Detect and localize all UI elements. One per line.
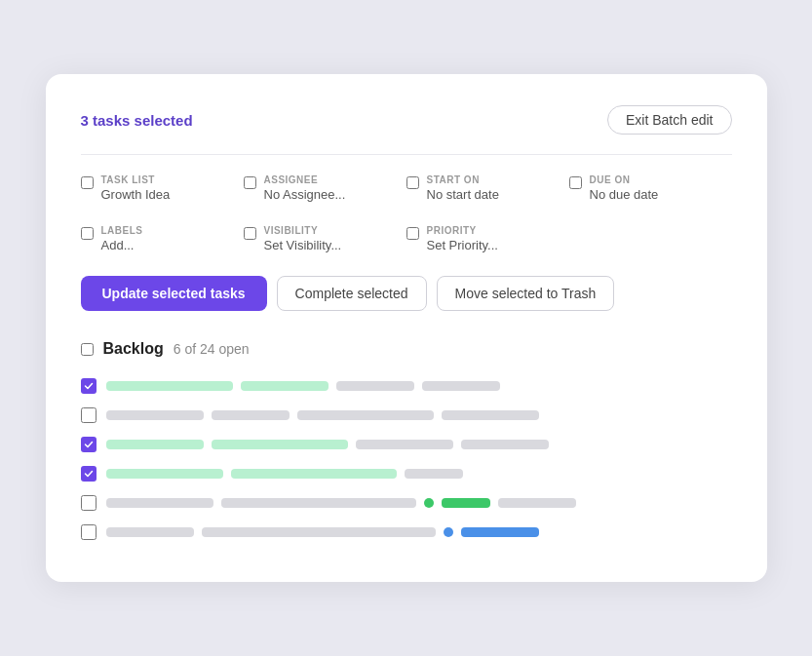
backlog-count: 6 of 24 open — [174, 341, 250, 357]
field-visibility-value: Set Visibility... — [264, 238, 342, 252]
task-bar — [442, 410, 539, 420]
task-checkbox[interactable] — [81, 407, 97, 423]
task-bar — [297, 410, 434, 420]
task-checkbox[interactable] — [81, 495, 97, 511]
task-bar — [221, 498, 416, 508]
task-checkbox-checked[interactable] — [81, 437, 97, 452]
field-visibility-checkbox[interactable] — [244, 227, 256, 240]
field-assignee: ASSIGNEE No Assignee... — [244, 174, 406, 202]
field-visibility: VISIBILITY Set Visibility... — [244, 225, 406, 252]
task-bar — [212, 410, 290, 420]
complete-selected-button[interactable]: Complete selected — [277, 276, 427, 311]
task-bar — [106, 381, 233, 391]
task-bar — [405, 469, 463, 479]
fields-row-1: TASK LIST Growth Idea ASSIGNEE No Assign… — [81, 174, 732, 202]
task-bar — [106, 527, 194, 537]
task-bar — [202, 527, 436, 537]
task-content — [106, 469, 732, 479]
field-due-on: DUE ON No due date — [569, 174, 732, 202]
task-bar — [241, 381, 329, 391]
task-content — [106, 381, 732, 391]
task-checkbox[interactable] — [81, 524, 97, 540]
task-bar — [498, 498, 576, 508]
backlog-select-all-checkbox[interactable] — [81, 343, 94, 356]
field-start-on-label: START ON — [427, 174, 499, 185]
task-row — [81, 488, 732, 518]
field-due-on-label: DUE ON — [590, 174, 659, 185]
field-labels-checkbox[interactable] — [81, 227, 94, 240]
task-bar-green-pill — [442, 498, 490, 508]
field-priority-checkbox[interactable] — [406, 227, 419, 240]
divider — [81, 154, 732, 155]
field-assignee-checkbox[interactable] — [244, 176, 256, 189]
task-bar — [212, 440, 348, 449]
task-dot-green — [424, 498, 434, 508]
field-assignee-value: No Assignee... — [264, 187, 346, 202]
fields-row-2: LABELS Add... VISIBILITY Set Visibility.… — [81, 225, 732, 252]
field-start-on-checkbox[interactable] — [406, 176, 419, 189]
task-bar — [336, 381, 414, 391]
task-row — [81, 459, 732, 488]
task-dot-blue — [444, 527, 453, 537]
task-row — [81, 371, 732, 401]
task-bar — [106, 410, 204, 420]
field-labels: LABELS Add... — [81, 225, 244, 252]
field-task-list-value: Growth Idea — [101, 187, 171, 202]
task-checkbox-checked[interactable] — [81, 466, 97, 482]
task-bar-blue-pill — [461, 527, 539, 537]
field-start-on-value: No start date — [427, 187, 499, 202]
tasks-selected-label: 3 tasks selected — [81, 112, 193, 129]
field-assignee-label: ASSIGNEE — [264, 174, 346, 185]
task-bar — [461, 440, 549, 449]
task-content — [106, 498, 732, 508]
task-bar — [106, 498, 213, 508]
field-task-list-label: TASK LIST — [101, 174, 171, 185]
task-content — [106, 527, 732, 537]
task-bar — [106, 469, 223, 479]
update-selected-button[interactable]: Update selected tasks — [81, 276, 267, 311]
task-checkbox-wrapper — [81, 524, 97, 540]
backlog-header: Backlog 6 of 24 open — [81, 340, 732, 358]
exit-batch-button[interactable]: Exit Batch edit — [607, 105, 732, 135]
task-row — [81, 430, 732, 459]
field-priority: PRIORITY Set Priority... — [406, 225, 569, 252]
task-row — [81, 518, 732, 547]
field-start-on: START ON No start date — [406, 174, 569, 202]
task-checkbox-wrapper — [81, 407, 97, 423]
actions-row: Update selected tasks Complete selected … — [81, 276, 732, 311]
task-bar — [106, 440, 204, 449]
field-task-list-checkbox[interactable] — [81, 176, 94, 189]
task-bar — [356, 440, 453, 449]
task-content — [106, 410, 732, 420]
backlog-title: Backlog — [103, 340, 164, 358]
task-bar — [422, 381, 500, 391]
move-to-trash-button[interactable]: Move selected to Trash — [437, 276, 615, 311]
field-due-on-checkbox[interactable] — [569, 176, 582, 189]
task-row — [81, 401, 732, 430]
task-checkbox-checked[interactable] — [81, 378, 97, 394]
field-visibility-label: VISIBILITY — [264, 225, 342, 236]
main-card: 3 tasks selected Exit Batch edit TASK LI… — [46, 74, 767, 582]
task-bar — [231, 469, 397, 479]
field-task-list: TASK LIST Growth Idea — [81, 174, 244, 202]
backlog-section: Backlog 6 of 24 open — [81, 340, 732, 547]
task-checkbox-wrapper — [81, 495, 97, 511]
field-priority-value: Set Priority... — [427, 238, 498, 252]
field-due-on-value: No due date — [590, 187, 659, 202]
task-content — [106, 440, 732, 449]
field-labels-value: Add... — [101, 238, 143, 252]
field-priority-label: PRIORITY — [427, 225, 498, 236]
field-labels-label: LABELS — [101, 225, 143, 236]
batch-edit-header: 3 tasks selected Exit Batch edit — [81, 105, 732, 135]
